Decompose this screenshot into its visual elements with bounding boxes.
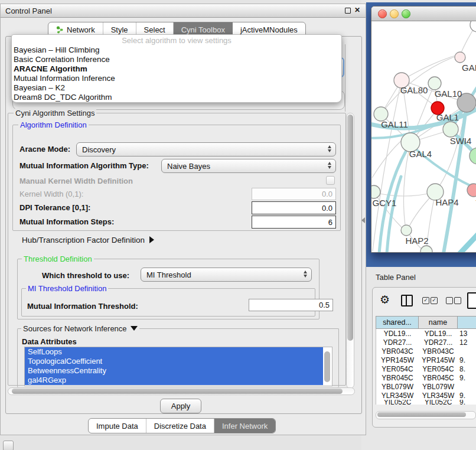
column-header-partial[interactable]: A [458, 316, 476, 329]
dropdown-item-selected[interactable]: ARACNE Algorithm [14, 64, 87, 73]
node-partial-top[interactable] [470, 21, 476, 32]
table-row-partial[interactable]: YIL052C YIL052C 9. [376, 400, 476, 405]
network-window-titlebar[interactable] [371, 6, 476, 21]
cell[interactable]: 8. [458, 364, 476, 373]
column-header-name[interactable]: name [419, 316, 458, 329]
attribute-item-selected[interactable]: TopologicalCoefficient [25, 357, 323, 366]
cell[interactable]: YIL052C [376, 400, 419, 405]
dropdown-item[interactable]: Basic Correlation Inference [14, 55, 110, 64]
node-green-small[interactable] [428, 77, 441, 90]
sources-group-toggle[interactable]: Sources for Network Inference [21, 324, 139, 333]
cell[interactable]: YBL079W [376, 382, 419, 391]
mi-steps-field[interactable]: 6 [252, 216, 336, 229]
checked-box-icon[interactable]: ✓ [431, 297, 438, 304]
document-icon[interactable] [467, 292, 476, 309]
column-header-shared-name[interactable]: shared... [376, 316, 419, 329]
node-hap2[interactable] [401, 225, 412, 236]
cell[interactable]: YLR345W [419, 391, 458, 400]
aracne-mode-select[interactable]: Discovery [76, 142, 336, 156]
mi-type-select[interactable]: Naive Bayes [161, 159, 336, 173]
scrollbar-thumb[interactable] [12, 389, 343, 394]
cell[interactable] [458, 382, 476, 391]
cell[interactable]: YBR045C [419, 373, 458, 382]
minimize-traffic-light[interactable] [390, 9, 399, 18]
cell[interactable]: YDL19... [419, 329, 458, 338]
table-row[interactable]: YLR345W YLR345W 9. [376, 391, 476, 400]
attribute-item-selected[interactable]: SelfLoops [25, 347, 323, 357]
table-row[interactable]: YBR043C YBR043C [376, 347, 476, 356]
cell[interactable]: 9. [458, 391, 476, 400]
minimized-panel-button[interactable] [3, 441, 14, 450]
column-layout-icon[interactable] [401, 295, 413, 306]
attribute-item-selected[interactable]: BetweennessCentrality [25, 366, 323, 376]
cell[interactable]: YBL079W [419, 382, 458, 391]
network-canvas[interactable]: GAL80 GAL10 GAL11 GAL1 SWI4 GAL4 GCY1 HA… [371, 21, 476, 252]
cell[interactable]: 13 [458, 329, 476, 338]
mi-threshold-field[interactable]: 0.5 [249, 299, 333, 311]
cell[interactable]: 9. [458, 373, 476, 382]
hub-section-toggle[interactable]: Hub/Transcription Factor Definition [22, 236, 154, 244]
cell[interactable]: YDR27... [419, 338, 458, 347]
close-traffic-light[interactable] [378, 9, 387, 18]
table-row[interactable]: YDL19... YDL19... 13 [376, 329, 476, 338]
which-threshold-select[interactable]: MI Threshold [141, 268, 312, 282]
cell[interactable]: YLR345W [376, 391, 419, 400]
gear-icon[interactable]: ⚙ [380, 294, 390, 306]
checked-box-icon[interactable]: ✓ [422, 297, 429, 304]
cell[interactable]: YBR045C [376, 373, 419, 382]
close-icon[interactable]: ✕ [354, 6, 360, 14]
scrollbar-thumb[interactable] [347, 115, 353, 341]
data-attributes-list[interactable]: SelfLoops TopologicalCoefficient Between… [24, 347, 332, 386]
cell[interactable] [458, 347, 476, 356]
node-pink-right[interactable] [455, 52, 465, 63]
cell[interactable]: YER054C [376, 364, 419, 373]
cell[interactable]: YBR043C [419, 347, 458, 356]
node-gal1[interactable] [443, 122, 458, 137]
cell[interactable]: YPR145W [419, 356, 458, 364]
cell[interactable]: 12 [458, 338, 476, 347]
unchecked-box-icon[interactable] [446, 297, 453, 304]
cell[interactable]: YDR27... [376, 338, 419, 347]
scrollbar-thumb[interactable] [377, 412, 466, 417]
settings-vertical-scrollbar[interactable] [346, 113, 354, 389]
node-gcy1[interactable] [371, 185, 380, 198]
cell[interactable]: YBR043C [376, 347, 419, 356]
bottom-tabs[interactable]: Impute Data Discretize Data Infer Networ… [88, 418, 276, 433]
unchecked-box-icon[interactable] [454, 297, 461, 304]
apply-button[interactable]: Apply [160, 399, 201, 413]
tab-impute-data[interactable]: Impute Data [89, 419, 146, 433]
cell[interactable]: YPR145W [376, 356, 419, 364]
manual-kernel-checkbox[interactable] [326, 176, 335, 185]
cell[interactable]: YIL052C [419, 400, 458, 405]
tab-infer-network[interactable]: Infer Network [214, 419, 275, 433]
control-panel-titlebar[interactable]: Control Panel ✕ [1, 4, 366, 18]
attributes-scrollbar[interactable] [324, 348, 331, 384]
cell[interactable]: 9. [458, 400, 476, 405]
table-header-row[interactable]: shared... name A [376, 316, 476, 329]
table-body[interactable]: YDL19... YDL19... 13 YDR27... YDR27... 1… [376, 329, 476, 405]
float-window-icon[interactable] [345, 8, 351, 14]
node-table[interactable]: shared... name A YDL19... YDL19... 13 YD… [376, 316, 476, 405]
dropdown-item[interactable]: Bayesian – Hill Climbing [14, 45, 100, 54]
scrollbar-thumb[interactable] [324, 351, 330, 382]
table-row[interactable]: YBR045C YBR045C 9. [376, 373, 476, 382]
zoom-traffic-light[interactable] [402, 9, 410, 18]
table-row[interactable]: YDR27... YDR27... 12 [376, 338, 476, 347]
attribute-item-selected[interactable]: gal4RGexp [25, 376, 323, 385]
dropdown-item[interactable]: Mutual Information Inference [14, 74, 115, 83]
dpi-tolerance-field[interactable]: 0.0 [252, 201, 336, 214]
algorithm-dropdown-popup[interactable]: Select algorithm to view settings Bayesi… [11, 34, 342, 103]
dropdown-item[interactable]: Bayesian – K2 [14, 83, 65, 92]
cell[interactable]: YDL19... [376, 329, 419, 338]
table-row[interactable]: YBL079W YBL079W [376, 382, 476, 391]
tab-discretize-data[interactable]: Discretize Data [146, 419, 214, 433]
table-row[interactable]: YPR145W YPR145W 9. [376, 356, 476, 364]
dropdown-item[interactable]: Dream8 DC_TDC Algorithm [14, 93, 112, 102]
cell[interactable]: YER054C [419, 364, 458, 373]
table-horizontal-scrollbar[interactable] [376, 411, 476, 419]
cell[interactable]: 9. [458, 356, 476, 364]
settings-horizontal-scrollbar[interactable] [8, 387, 355, 395]
table-row[interactable]: YER054C YER054C 8. [376, 364, 476, 373]
panel-collapse-handle[interactable] [361, 217, 365, 223]
node-partial-bottom[interactable] [420, 246, 432, 252]
